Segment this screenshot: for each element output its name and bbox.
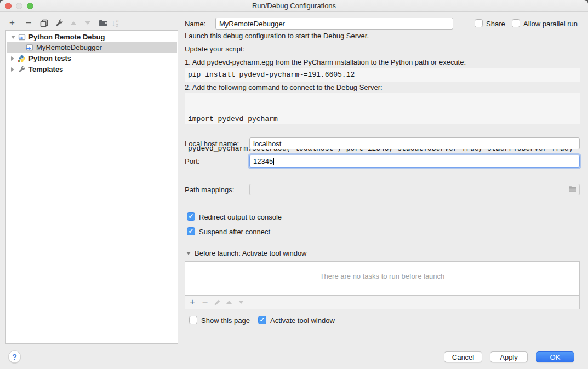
chevron-down-icon[interactable]	[11, 36, 15, 39]
remove-task-icon[interactable]: −	[199, 297, 210, 308]
move-task-up-icon[interactable]	[224, 297, 235, 308]
edit-task-pencil-icon[interactable]	[212, 297, 222, 308]
allow-parallel-run-label: Allow parallel run	[523, 20, 578, 28]
show-this-page-label: Show this page	[201, 316, 250, 325]
share-label: Share	[486, 20, 505, 28]
description-line-2: Update your script:	[185, 45, 244, 54]
pip-install-code[interactable]: pip install pydevd-pycharm~=191.6605.12	[185, 68, 580, 82]
activate-tool-window-checkbox[interactable]	[258, 316, 266, 324]
add-icon[interactable]: +	[7, 18, 18, 28]
activate-tool-window-label: Activate tool window	[270, 316, 335, 325]
move-task-down-icon[interactable]	[236, 297, 247, 308]
help-button[interactable]: ?	[8, 350, 21, 363]
before-launch-title[interactable]: Before launch: Activate tool window	[195, 249, 307, 258]
remote-debug-config-icon	[26, 44, 34, 51]
tree-item-templates[interactable]: Templates	[7, 64, 177, 74]
add-task-icon[interactable]: +	[187, 297, 198, 308]
section-divider	[311, 253, 580, 253]
python-tests-icon	[18, 55, 26, 62]
show-this-page-checkbox[interactable]	[189, 316, 197, 324]
step-1-text: 1. Add pydevd-pycharm.egg from the PyCha…	[185, 58, 466, 67]
titlebar: Run/Debug Configurations	[0, 0, 588, 12]
allow-parallel-run-checkbox[interactable]	[512, 19, 520, 27]
port-label: Port:	[185, 157, 199, 166]
description-line-1: Launch this debug configuration to start…	[185, 32, 369, 41]
port-value: 12345	[253, 157, 273, 165]
suspend-after-connect-checkbox[interactable]	[187, 227, 195, 235]
tree-item-python-remote-debug[interactable]: Python Remote Debug	[7, 32, 177, 42]
path-mappings-input[interactable]	[249, 184, 580, 195]
settrace-code[interactable]: import pydevd_pycharm pydevd_pycharm.set…	[185, 93, 580, 124]
collapse-section-icon[interactable]	[186, 252, 191, 255]
new-folder-icon[interactable]	[98, 18, 109, 28]
run-debug-configurations-dialog: Run/Debug Configurations + − ↓az Python …	[0, 0, 588, 369]
text-caret	[273, 158, 274, 165]
name-label: Name:	[185, 20, 205, 28]
move-up-icon[interactable]	[68, 18, 79, 28]
tree-item-label: Templates	[28, 65, 63, 73]
chevron-right-icon[interactable]	[11, 67, 14, 72]
tasks-toolbar: + −	[185, 296, 580, 309]
browse-folder-icon[interactable]	[568, 186, 577, 194]
share-checkbox[interactable]	[475, 19, 483, 27]
local-host-name-label: Local host name:	[185, 140, 239, 148]
ok-button[interactable]: OK	[536, 351, 574, 362]
window-title: Run/Debug Configurations	[0, 0, 588, 11]
path-mappings-label: Path mappings:	[185, 186, 234, 194]
tree-item-label: Python tests	[28, 54, 71, 62]
apply-button[interactable]: Apply	[490, 351, 528, 362]
redirect-output-checkbox[interactable]	[187, 212, 195, 221]
tree-item-label: MyRemoteDebugger	[36, 43, 102, 51]
tasks-empty-text: There are no tasks to run before launch	[185, 272, 579, 280]
name-input[interactable]	[215, 18, 453, 30]
tests-badge	[17, 59, 21, 63]
before-launch-tasks-panel[interactable]: There are no tasks to run before launch	[185, 261, 580, 296]
configurations-tree: Python Remote Debug MyRemoteDebugger Pyt…	[5, 30, 178, 344]
tree-item-python-tests[interactable]: Python tests	[7, 53, 177, 64]
local-host-name-input[interactable]	[249, 137, 580, 149]
copy-icon[interactable]	[38, 18, 49, 28]
wrench-icon	[18, 66, 26, 73]
chevron-right-icon[interactable]	[11, 56, 14, 61]
sort-alphabetically-icon[interactable]: ↓az	[110, 18, 121, 28]
suspend-after-connect-label: Suspend after connect	[199, 228, 270, 237]
settrace-code-line-1: import pydevd_pycharm	[188, 114, 576, 124]
remove-icon[interactable]: −	[23, 18, 34, 28]
cancel-button[interactable]: Cancel	[444, 351, 482, 362]
tree-item-my-remote-debugger[interactable]: MyRemoteDebugger	[7, 42, 177, 53]
move-down-icon[interactable]	[82, 18, 93, 28]
edit-defaults-wrench-icon[interactable]	[54, 18, 65, 28]
remote-debug-config-icon	[18, 33, 26, 41]
port-input[interactable]: 12345	[249, 155, 580, 168]
tree-item-label: Python Remote Debug	[28, 33, 105, 41]
step-2-text: 2. Add the following command to connect …	[185, 83, 383, 92]
redirect-output-label: Redirect output to console	[199, 213, 282, 222]
